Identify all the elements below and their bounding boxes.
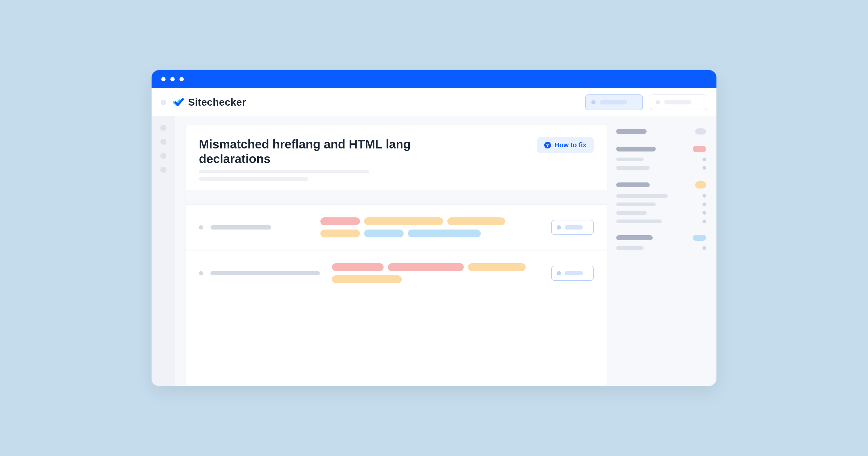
count-badge [695, 128, 706, 134]
panel-item[interactable] [616, 194, 706, 198]
description-placeholder [199, 170, 369, 173]
app-name: Sitechecker [188, 96, 246, 108]
count-badge [693, 235, 706, 241]
window-close-icon[interactable] [161, 77, 165, 82]
count-badge [695, 181, 706, 189]
panel-section [616, 146, 706, 170]
panel-item[interactable] [616, 220, 706, 223]
panel-section [616, 128, 706, 134]
placeholder-icon [557, 271, 561, 275]
result-row [186, 204, 607, 250]
placeholder-label [664, 100, 691, 104]
issue-header: Mismatched hreflang and HTML lang declar… [186, 125, 607, 190]
window-maximize-icon[interactable] [180, 77, 184, 82]
tag-pill [468, 263, 526, 271]
panel-section [616, 235, 706, 250]
tag-group [320, 217, 539, 237]
tag-pill [408, 230, 481, 237]
panel-item[interactable] [616, 211, 706, 215]
row-status-icon [199, 271, 203, 275]
panel-item[interactable] [616, 202, 706, 206]
panel-item[interactable] [616, 246, 706, 250]
panel-section [616, 181, 706, 223]
placeholder-label [565, 225, 583, 230]
tag-pill [364, 230, 404, 237]
menu-toggle-icon[interactable] [161, 100, 166, 105]
tag-pill [320, 217, 360, 225]
section-title-placeholder [616, 235, 653, 240]
row-status-icon [199, 225, 203, 230]
count-badge [693, 146, 706, 152]
tag-pill [332, 263, 383, 271]
sidebar-item[interactable] [160, 139, 166, 145]
sidebar [152, 116, 175, 386]
sidebar-item[interactable] [160, 153, 166, 159]
traffic-lights [161, 77, 184, 82]
logo[interactable]: Sitechecker [173, 96, 246, 108]
app-body: Mismatched hreflang and HTML lang declar… [152, 116, 716, 386]
how-to-fix-button[interactable]: ? How to fix [537, 137, 594, 153]
tag-pill [364, 217, 443, 225]
header-secondary-button[interactable] [650, 94, 707, 110]
help-icon: ? [544, 142, 551, 149]
row-action-button[interactable] [551, 266, 594, 281]
how-to-fix-label: How to fix [555, 141, 586, 149]
placeholder-label [565, 271, 583, 275]
window-minimize-icon[interactable] [170, 77, 175, 82]
url-placeholder [211, 225, 271, 230]
main-area: Mismatched hreflang and HTML lang declar… [175, 116, 716, 386]
tag-pill [332, 275, 402, 283]
placeholder-icon [557, 225, 561, 230]
row-action-button[interactable] [551, 220, 594, 235]
header-primary-button[interactable] [585, 94, 643, 110]
sidebar-item[interactable] [160, 167, 166, 173]
panel-item[interactable] [616, 158, 706, 161]
placeholder-icon [656, 100, 660, 104]
placeholder-label [600, 100, 627, 104]
placeholder-icon [591, 100, 596, 104]
tag-pill [447, 217, 505, 225]
panel-item[interactable] [616, 166, 706, 170]
issue-title: Mismatched hreflang and HTML lang declar… [199, 137, 417, 166]
tag-pill [388, 263, 464, 271]
app-header: Sitechecker [152, 88, 716, 116]
filter-bar [186, 190, 607, 204]
section-title-placeholder [616, 129, 647, 134]
checkmark-icon [173, 98, 184, 106]
section-title-placeholder [616, 183, 650, 187]
browser-window: Sitechecker Mismatched hreflang and HTML… [152, 70, 716, 386]
section-title-placeholder [616, 146, 656, 152]
url-placeholder [211, 271, 320, 275]
tag-group [332, 263, 539, 283]
issue-card: Mismatched hreflang and HTML lang declar… [186, 125, 607, 386]
result-row [186, 250, 607, 296]
description-placeholder [199, 177, 308, 181]
browser-titlebar [152, 70, 716, 88]
tag-pill [320, 230, 360, 237]
right-panel [616, 125, 716, 386]
sidebar-item[interactable] [160, 125, 166, 131]
